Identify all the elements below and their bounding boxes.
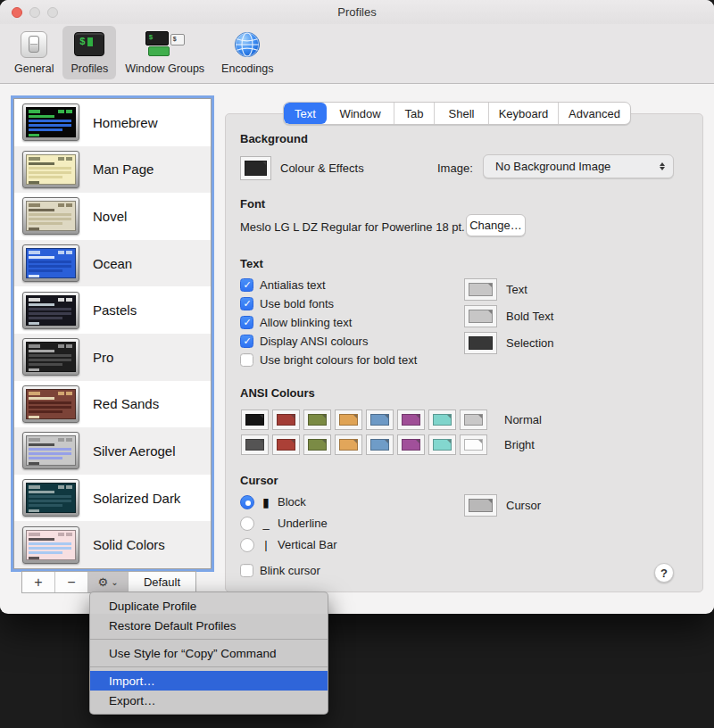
chevron-down-icon: ⌄: [111, 577, 118, 587]
window-groups-icon: $$: [145, 31, 185, 57]
checkbox-icon[interactable]: [240, 297, 253, 310]
tab-window[interactable]: Window: [327, 103, 394, 124]
checkbox-display-ansi-colours[interactable]: Display ANSI colours: [240, 334, 368, 348]
ansi-bright-colour-3[interactable]: [335, 434, 362, 455]
ansi-row-label: Normal: [504, 413, 542, 426]
gear-menu-button[interactable]: ⚙ ⌄: [88, 572, 129, 592]
ansi-normal-colour-1[interactable]: [272, 410, 300, 430]
toolbar-item-general[interactable]: General: [6, 26, 62, 79]
tab-text[interactable]: Text: [284, 103, 327, 124]
checkbox-use-bold-fonts[interactable]: Use bold fonts: [240, 296, 334, 310]
bold-text-well-label: Bold Text: [506, 310, 553, 323]
profile-row-man-page[interactable]: Man Page: [14, 146, 211, 194]
ansi-normal-colour-6[interactable]: [428, 410, 456, 430]
background-colour-well[interactable]: [240, 156, 271, 180]
profile-list[interactable]: HomebrewMan PageNovelOceanPastelsProRed …: [13, 98, 212, 569]
profile-row-red-sands[interactable]: Red Sands: [14, 381, 211, 428]
remove-profile-button[interactable]: −: [55, 572, 88, 592]
menu-item-duplicate-profile[interactable]: Duplicate Profile: [90, 596, 328, 616]
ansi-bright-colour-0[interactable]: [241, 434, 269, 455]
profile-row-homebrew[interactable]: Homebrew: [14, 99, 211, 146]
toolbar-item-label: General: [14, 62, 54, 75]
checkbox-label: Display ANSI colours: [260, 335, 368, 348]
selection-well-label: Selection: [506, 336, 553, 350]
checkbox-icon[interactable]: [240, 278, 253, 292]
radio-underline[interactable]: _Underline: [240, 516, 328, 531]
profile-row-solid-colors[interactable]: Solid Colors: [14, 521, 211, 568]
checkbox-label: Use bold fonts: [260, 297, 334, 310]
ansi-bright-colour-5[interactable]: [397, 434, 425, 455]
toolbar-item-window-groups[interactable]: $$Window Groups: [117, 26, 212, 79]
ansi-normal-colour-4[interactable]: [366, 410, 394, 430]
profile-row-ocean[interactable]: Ocean: [14, 240, 211, 287]
help-button[interactable]: ?: [654, 563, 674, 583]
content-area: HomebrewMan PageNovelOceanPastelsProRed …: [0, 84, 714, 613]
checkbox-blink-cursor[interactable]: Blink cursor: [240, 563, 320, 577]
tab-keyboard[interactable]: Keyboard: [489, 103, 559, 124]
general-icon: [21, 31, 47, 58]
profile-name: Man Page: [93, 161, 154, 177]
ansi-bright-colour-2[interactable]: [303, 434, 331, 455]
checkbox-icon[interactable]: [240, 316, 253, 329]
change-font-button[interactable]: Change…: [466, 214, 526, 236]
font-description: Meslo LG L DZ Regular for Powerline 18 p…: [240, 220, 465, 234]
tab-bar: TextWindowTabShellKeyboardAdvanced: [283, 102, 631, 125]
menu-separator: [90, 666, 328, 667]
ansi-bright-colour-1[interactable]: [272, 434, 300, 455]
background-image-value: No Background Image: [495, 160, 610, 173]
profiles-icon: $: [74, 32, 104, 56]
background-heading: Background: [240, 132, 308, 145]
checkbox-antialias-text[interactable]: Antialias text: [240, 277, 326, 292]
profile-name: Pro: [93, 350, 113, 365]
add-profile-button[interactable]: +: [22, 572, 55, 592]
checkbox-use-bright-colours-for-bold-text[interactable]: Use bright colours for bold text: [240, 352, 417, 367]
checkbox-allow-blinking-text[interactable]: Allow blinking text: [240, 315, 352, 329]
cursor-style-glyph: ▮: [262, 498, 270, 507]
ansi-bright-colour-7[interactable]: [460, 434, 487, 455]
profile-row-novel[interactable]: Novel: [14, 193, 211, 240]
profile-row-solarized-dark[interactable]: Solarized Dark: [14, 475, 211, 522]
checkbox-label: Antialias text: [260, 278, 326, 292]
tab-shell[interactable]: Shell: [435, 103, 489, 124]
text-colour-well[interactable]: [464, 278, 497, 301]
radio-block[interactable]: ▮Block: [240, 494, 306, 509]
ansi-normal-colour-7[interactable]: [460, 410, 487, 430]
menu-item-import[interactable]: Import…: [90, 671, 328, 691]
bold-text-colour-well[interactable]: [464, 305, 497, 327]
ansi-bright-colour-4[interactable]: [366, 434, 394, 455]
ansi-normal-colour-0[interactable]: [241, 410, 269, 430]
background-image-select[interactable]: No Background Image: [483, 154, 674, 178]
radio-icon[interactable]: [240, 517, 254, 531]
profile-row-silver-aerogel[interactable]: Silver Aerogel: [14, 427, 211, 475]
checkbox-icon[interactable]: [240, 335, 253, 348]
ansi-bright-colour-6[interactable]: [428, 434, 456, 455]
tab-tab[interactable]: Tab: [394, 103, 435, 124]
radio-icon[interactable]: [240, 495, 254, 509]
default-button[interactable]: Default: [129, 572, 195, 592]
radio-icon[interactable]: [240, 538, 254, 552]
titlebar[interactable]: Profiles: [0, 0, 714, 24]
profile-row-pastels[interactable]: Pastels: [14, 286, 211, 334]
toolbar-item-encodings[interactable]: Encodings: [213, 26, 281, 79]
ansi-normal-colour-5[interactable]: [397, 410, 425, 430]
cursor-style-glyph: _: [262, 517, 270, 530]
toolbar: General$Profiles$$Window GroupsEncodings: [0, 24, 714, 84]
checkbox-icon[interactable]: [240, 564, 253, 577]
preferences-window: Profiles General$Profiles$$Window Groups…: [0, 0, 714, 614]
menu-item-use-style-for-copy-command[interactable]: Use Style for “Copy” Command: [90, 643, 328, 663]
tab-advanced[interactable]: Advanced: [559, 103, 630, 124]
toolbar-item-profiles[interactable]: $Profiles: [62, 26, 116, 79]
checkbox-icon[interactable]: [240, 353, 253, 367]
profile-name: Homebrew: [93, 115, 158, 130]
checkbox-label: Use bright colours for bold text: [260, 353, 417, 367]
ansi-normal-colour-2[interactable]: [303, 410, 331, 430]
toolbar-item-label: Profiles: [71, 62, 108, 75]
ansi-normal-colour-3[interactable]: [335, 410, 362, 430]
menu-item-restore-default-profiles[interactable]: Restore Default Profiles: [90, 616, 328, 635]
profile-row-pro[interactable]: Pro: [14, 334, 211, 381]
selection-colour-well[interactable]: [464, 332, 497, 354]
radio-vertical-bar[interactable]: |Vertical Bar: [240, 537, 336, 552]
menu-item-export[interactable]: Export…: [90, 691, 328, 710]
cursor-colour-well[interactable]: [464, 494, 497, 517]
text-heading: Text: [240, 257, 263, 270]
